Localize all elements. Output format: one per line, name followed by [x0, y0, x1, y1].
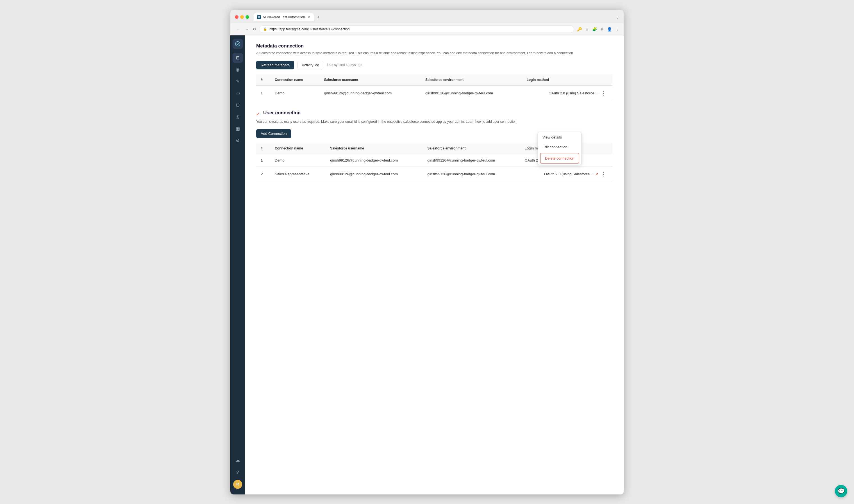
edit-icon: ✎ [236, 79, 240, 84]
sidebar-item-chart[interactable]: ▦ [233, 124, 243, 134]
user-section: ↙ User connection You can create as many… [256, 110, 613, 124]
metadata-cell-num: 1 [256, 85, 270, 101]
user-cell-name-1: Demo [270, 154, 326, 167]
url-text: https://app.testsigma.com/ui/salesforce/… [269, 27, 350, 31]
user-row-2-menu-button[interactable]: ⋮ [599, 170, 608, 178]
chat-fab-button[interactable]: 💬 [835, 485, 847, 497]
refresh-button[interactable]: ↺ [253, 27, 256, 32]
metadata-cell-name: Demo [270, 85, 320, 101]
metadata-header-row: # Connection name Salesforce username Sa… [256, 74, 613, 85]
address-bar: ← → ↺ 🔒 https://app.testsigma.com/ui/sal… [230, 23, 624, 35]
sidebar: ⊞ ◉ ✎ ▭ ⊡ ◎ ▦ ⚙ [230, 35, 245, 494]
refresh-metadata-button[interactable]: Refresh metadata [256, 61, 294, 69]
user-connection-desc: You can create as many users as required… [256, 119, 613, 124]
sidebar-item-folder[interactable]: ▭ [233, 88, 243, 98]
sidebar-item-cloud[interactable]: ☁ [233, 455, 243, 465]
settings-icon: ⚙ [236, 138, 240, 143]
context-dropdown-menu: View details Edit connection Delete conn… [538, 132, 582, 165]
user-cell-name-2: Sales Representative [270, 166, 326, 182]
logo[interactable] [233, 39, 243, 49]
add-connection-button[interactable]: Add Connection [256, 129, 291, 138]
target-icon: ◎ [236, 114, 240, 120]
user-cell-login-2: OAuth 2.0 (using Salesforce ... ↗ ⋮ [520, 166, 613, 182]
user-cell-username-1: girish99126@cunning-badger-qwteul.com [326, 154, 423, 167]
metadata-cell-login: OAuth 2.0 (using Salesforce ... ⋮ [522, 85, 613, 101]
metadata-col-num: # [256, 74, 270, 85]
user-cell-num-2: 2 [256, 166, 270, 182]
annotation-arrow-left: ↙ [256, 111, 260, 116]
chat-icon: 💬 [838, 488, 845, 494]
user-avatar[interactable]: R [233, 480, 242, 489]
tab-close-button[interactable]: ✕ [308, 15, 310, 19]
sidebar-item-grid[interactable]: ⊞ [233, 53, 243, 63]
tab-menu-button[interactable]: ⌄ [616, 15, 619, 19]
grid-icon: ⊞ [236, 55, 240, 60]
user-connection-title: User connection [263, 110, 301, 116]
metadata-toolbar: Refresh metadata Activity log Last synce… [256, 61, 613, 69]
metadata-desc: A Salesforce connection with access to s… [256, 51, 613, 56]
user-cell-environment-1: girish99126@cunning-badger-qwteul.com [423, 154, 520, 167]
sidebar-bottom: ☁ ? R [233, 455, 243, 491]
logo-icon [235, 41, 241, 47]
bookmark-icon[interactable]: ☆ [585, 27, 589, 32]
metadata-cell-username: girish99126@cunning-badger-qwteul.com [320, 85, 421, 101]
help-icon: ? [237, 470, 239, 475]
sidebar-item-edit[interactable]: ✎ [233, 76, 243, 87]
cloud-icon: ☁ [235, 457, 240, 463]
last-synced-text: Last synced 4 days ago [327, 63, 362, 67]
content-area: Metadata connection A Salesforce connect… [245, 35, 624, 494]
menu-icon[interactable]: ⋮ [615, 27, 619, 32]
chart-icon: ▦ [236, 126, 240, 131]
download-icon[interactable]: ⬇ [600, 27, 604, 32]
url-bar[interactable]: 🔒 https://app.testsigma.com/ui/salesforc… [259, 25, 574, 33]
user-col-name: Connection name [270, 143, 326, 154]
close-button[interactable] [235, 15, 238, 19]
extension-icon[interactable]: 🧩 [592, 27, 597, 32]
metadata-table-header: # Connection name Salesforce username Sa… [256, 74, 613, 85]
user-cell-num-1: 1 [256, 154, 270, 167]
delete-connection-item[interactable]: Delete connection [540, 153, 579, 163]
edit-connection-item[interactable]: Edit connection [538, 142, 581, 152]
password-icon[interactable]: 🔑 [577, 27, 582, 32]
sidebar-item-dashboard[interactable]: ⊡ [233, 100, 243, 110]
metadata-table-body: 1 Demo girish99126@cunning-badger-qwteul… [256, 85, 613, 101]
metadata-table: # Connection name Salesforce username Sa… [256, 74, 613, 101]
user-row-2: 2 Sales Representative girish99126@cunni… [256, 166, 613, 182]
user-cell-environment-2: girish99126@cunning-badger-qwteul.com [423, 166, 520, 182]
view-details-item[interactable]: View details [538, 132, 581, 142]
tab-favicon: ⚙ [257, 15, 261, 19]
forward-button[interactable]: → [244, 26, 250, 32]
folder-icon: ▭ [236, 90, 240, 96]
metadata-row-menu-button[interactable]: ⋮ [599, 90, 608, 97]
sidebar-item-help[interactable]: ? [233, 467, 243, 478]
circle-icon: ◉ [236, 67, 240, 72]
metadata-col-environment: Salesforce environment [421, 74, 522, 85]
metadata-cell-environment: girish99126@cunning-badger-qwteul.com [421, 85, 522, 101]
back-button[interactable]: ← [235, 26, 241, 32]
new-tab-button[interactable]: + [315, 15, 322, 20]
traffic-lights [235, 15, 249, 19]
metadata-section: Metadata connection A Salesforce connect… [256, 43, 613, 56]
metadata-title: Metadata connection [256, 43, 613, 49]
tab-title: AI Powered Test Automation [263, 15, 305, 19]
dashboard-icon: ⊡ [236, 102, 240, 108]
svg-point-0 [235, 41, 240, 46]
user-col-num: # [256, 143, 270, 154]
minimize-button[interactable] [240, 15, 244, 19]
sidebar-item-target[interactable]: ◎ [233, 112, 243, 122]
sidebar-item-settings[interactable]: ⚙ [233, 136, 243, 145]
tab-bar: ⚙ AI Powered Test Automation ✕ + ⌄ [254, 13, 619, 21]
user-cell-username-2: girish99126@cunning-badger-qwteul.com [326, 166, 423, 182]
activity-log-button[interactable]: Activity log [297, 61, 323, 69]
annotation-arrow-right: ↗ [595, 172, 598, 176]
maximize-button[interactable] [246, 15, 249, 19]
metadata-col-login: Login method [522, 74, 613, 85]
sidebar-item-circle[interactable]: ◉ [233, 65, 243, 75]
metadata-col-username: Salesforce username [320, 74, 421, 85]
lock-icon: 🔒 [263, 27, 267, 31]
address-actions: 🔑 ☆ 🧩 ⬇ 👤 ⋮ [577, 27, 619, 32]
main-layout: ⊞ ◉ ✎ ▭ ⊡ ◎ ▦ ⚙ [230, 35, 624, 494]
active-tab[interactable]: ⚙ AI Powered Test Automation ✕ [254, 13, 314, 21]
profile-icon[interactable]: 👤 [607, 27, 612, 32]
user-connection-header: ↙ User connection [256, 110, 613, 118]
